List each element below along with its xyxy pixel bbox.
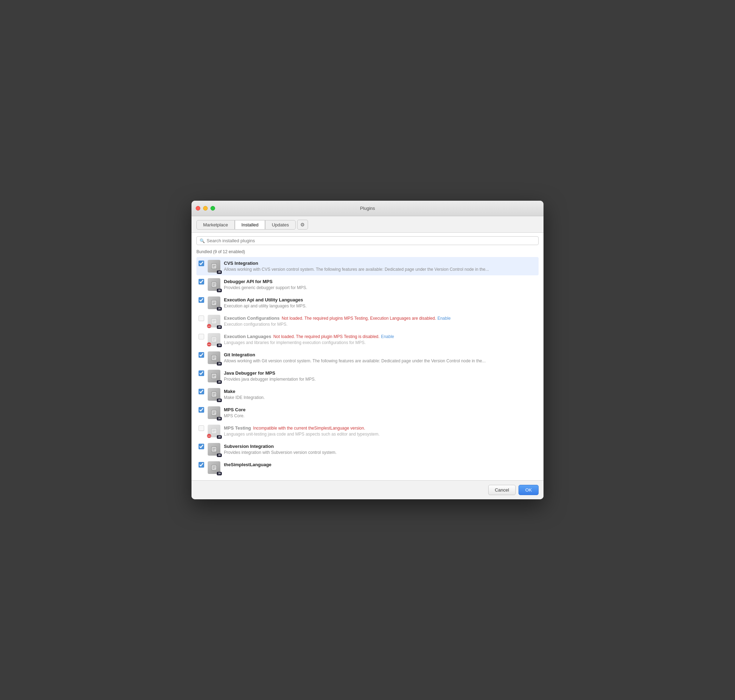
jb-badge: JB: [217, 325, 222, 329]
plugin-item-execution-languages: JB—Execution LanguagesNot loaded. The re…: [196, 330, 539, 349]
plugin-icon-execution-api: JB: [208, 297, 220, 309]
plugin-info-cvs-integration: CVS IntegrationAllows working with CVS v…: [224, 260, 537, 272]
svg-rect-4: [212, 337, 217, 342]
plugin-checkbox-cvs-integration[interactable]: [198, 260, 204, 266]
error-badge-icon: —: [207, 434, 211, 438]
plugin-name-row-execution-api: Execution Api and Utility Languages: [224, 297, 537, 303]
svg-rect-11: [212, 465, 217, 471]
minimize-button[interactable]: [203, 206, 208, 210]
svg-rect-10: [212, 447, 217, 452]
plugin-item-make: JBMakeMake IDE Integration.: [196, 385, 539, 403]
plugin-checkbox-execution-configurations[interactable]: [198, 316, 204, 321]
svg-rect-5: [212, 355, 217, 360]
plugin-error-mps-testing: Incompatible with the current theSimples…: [253, 426, 365, 431]
plugin-info-execution-api: Execution Api and Utility LanguagesExecu…: [224, 297, 537, 309]
jb-badge: JB: [217, 362, 222, 366]
plugin-desc-execution-configurations: Execution configurations for MPS.: [224, 322, 537, 327]
plugin-name-row-mps-testing: MPS TestingIncompatible with the current…: [224, 425, 537, 431]
plugin-checkbox-mps-core[interactable]: [198, 407, 204, 413]
plugin-name-row-cvs-integration: CVS Integration: [224, 260, 537, 266]
plugins-window: Plugins Marketplace Installed Updates ⚙ …: [191, 201, 544, 499]
plugin-name-row-debugger-api-mps: Debugger API for MPS: [224, 278, 537, 284]
plugin-name-row-git-integration: Git Integration: [224, 351, 537, 358]
plugin-item-cvs-integration: JBCVS IntegrationAllows working with CVS…: [196, 257, 539, 275]
jb-badge: JB: [217, 307, 222, 310]
plugin-name-execution-languages: Execution Languages: [224, 334, 271, 339]
plugin-checkbox-the-simplest-language[interactable]: [198, 462, 204, 468]
plugin-name-row-execution-languages: Execution LanguagesNot loaded. The requi…: [224, 333, 537, 340]
svg-rect-7: [212, 392, 217, 397]
plugin-item-git-integration: JBGit IntegrationAllows working with Git…: [196, 349, 539, 367]
title-bar: Plugins: [191, 201, 544, 216]
jb-badge: JB: [217, 289, 222, 292]
svg-rect-2: [212, 300, 217, 306]
plugin-name-row-execution-configurations: Execution ConfigurationsNot loaded. The …: [224, 315, 537, 321]
plugin-info-execution-languages: Execution LanguagesNot loaded. The requi…: [224, 333, 537, 345]
plugin-item-mps-core: JBMPS CoreMPS Core.: [196, 403, 539, 422]
plugin-name-make: Make: [224, 389, 235, 394]
plugin-checkbox-execution-languages[interactable]: [198, 334, 204, 340]
gear-button[interactable]: ⚙: [297, 220, 308, 229]
traffic-lights: [196, 206, 215, 210]
section-header: Bundled (9 of 12 enabled): [196, 249, 539, 255]
plugin-icon-cvs-integration: JB: [208, 260, 220, 272]
tab-marketplace[interactable]: Marketplace: [196, 220, 235, 229]
tab-updates[interactable]: Updates: [265, 220, 295, 229]
plugin-icon-execution-configurations: JB—: [208, 315, 220, 328]
plugin-icon-make: JB: [208, 388, 220, 401]
plugin-info-mps-testing: MPS TestingIncompatible with the current…: [224, 425, 537, 437]
svg-rect-3: [212, 319, 217, 324]
plugin-enable-link-execution-languages[interactable]: Enable: [381, 334, 394, 339]
plugin-checkbox-debugger-api-mps[interactable]: [198, 279, 204, 284]
plugin-name-cvs-integration: CVS Integration: [224, 260, 259, 266]
plugin-desc-execution-api: Execution api and utility languages for …: [224, 303, 537, 309]
plugin-desc-mps-core: MPS Core.: [224, 413, 537, 418]
plugin-name-row-make: Make: [224, 388, 537, 394]
plugin-item-java-debugger-mps: JBJava Debugger for MPSProvides java deb…: [196, 367, 539, 385]
plugin-error-execution-configurations: Not loaded. The required plugins MPS Tes…: [282, 316, 436, 321]
jb-badge: JB: [217, 344, 222, 347]
plugin-checkbox-java-debugger-mps[interactable]: [198, 371, 204, 376]
plugin-enable-link-execution-configurations[interactable]: Enable: [438, 316, 451, 321]
cancel-button[interactable]: Cancel: [488, 485, 516, 495]
plugin-checkbox-git-integration[interactable]: [198, 352, 204, 358]
plugin-name-debugger-api-mps: Debugger API for MPS: [224, 279, 272, 284]
plugin-checkbox-make[interactable]: [198, 389, 204, 394]
plugin-icon-mps-testing: JB—: [208, 425, 220, 437]
maximize-button[interactable]: [210, 206, 215, 210]
plugin-item-the-simplest-language: JBtheSimplestLanguage: [196, 459, 539, 477]
plugin-icon-git-integration: JB: [208, 351, 220, 364]
plugin-checkbox-mps-testing[interactable]: [198, 425, 204, 431]
plugin-name-row-java-debugger-mps: Java Debugger for MPS: [224, 370, 537, 376]
svg-rect-9: [212, 428, 217, 434]
plugin-desc-execution-languages: Languages and libraries for implementing…: [224, 340, 537, 345]
plugin-name-row-subversion-integration: Subversion Integration: [224, 443, 537, 449]
svg-rect-8: [212, 410, 217, 416]
plugin-name-execution-api: Execution Api and Utility Languages: [224, 297, 303, 303]
plugin-icon-execution-languages: JB—: [208, 333, 220, 346]
plugin-name-mps-core: MPS Core: [224, 407, 245, 412]
plugin-icon-debugger-api-mps: JB: [208, 278, 220, 291]
search-input[interactable]: [207, 238, 535, 243]
ok-button[interactable]: OK: [519, 485, 539, 495]
plugin-item-execution-configurations: JB—Execution ConfigurationsNot loaded. T…: [196, 312, 539, 330]
plugin-item-subversion-integration: JBSubversion IntegrationProvides integra…: [196, 440, 539, 459]
jb-badge: JB: [217, 435, 222, 439]
plugin-item-execution-api: JBExecution Api and Utility LanguagesExe…: [196, 294, 539, 312]
plugin-info-subversion-integration: Subversion IntegrationProvides integrati…: [224, 443, 537, 455]
plugin-checkbox-execution-api[interactable]: [198, 297, 204, 303]
plugin-name-java-debugger-mps: Java Debugger for MPS: [224, 371, 275, 376]
plugin-desc-git-integration: Allows working with Git version control …: [224, 359, 537, 363]
close-button[interactable]: [196, 206, 200, 210]
plugin-info-mps-core: MPS CoreMPS Core.: [224, 406, 537, 418]
plugin-desc-mps-testing: Languages unit-testing java code and MPS…: [224, 432, 537, 437]
plugin-list: JBCVS IntegrationAllows working with CVS…: [196, 257, 539, 477]
jb-badge: JB: [217, 399, 222, 402]
plugin-name-the-simplest-language: theSimplestLanguage: [224, 462, 271, 467]
svg-rect-6: [212, 374, 217, 379]
tab-installed[interactable]: Installed: [235, 220, 265, 229]
plugin-icon-subversion-integration: JB: [208, 443, 220, 456]
plugin-item-debugger-api-mps: JBDebugger API for MPSProvides generic d…: [196, 275, 539, 294]
jb-badge: JB: [217, 417, 222, 421]
plugin-checkbox-subversion-integration[interactable]: [198, 444, 204, 449]
